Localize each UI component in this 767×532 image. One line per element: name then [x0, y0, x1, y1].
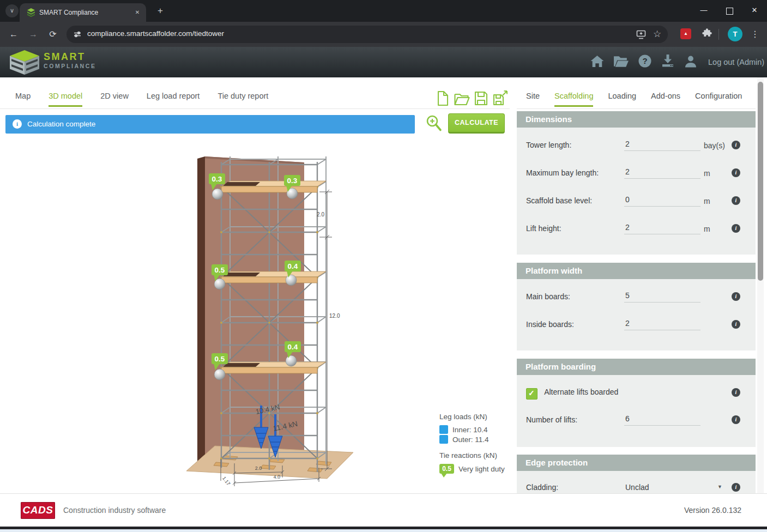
home-icon[interactable] — [590, 55, 605, 70]
cads-logo[interactable]: CADS — [21, 502, 55, 519]
tab-tie-duty-report[interactable]: Tie duty report — [218, 92, 268, 107]
smart-scaffolder-logo[interactable] — [9, 50, 40, 77]
tower-length-unit: bay(s) — [704, 141, 725, 150]
window-minimize-button[interactable]: — — [691, 0, 716, 21]
browser-tab[interactable]: SMART Compliance ✕ — [20, 3, 146, 22]
info-icon[interactable]: i — [732, 292, 740, 301]
tab-close-icon[interactable]: ✕ — [133, 8, 142, 17]
legend-inner-row: Inner: 10.4 — [439, 425, 521, 434]
new-file-icon[interactable] — [434, 90, 451, 109]
window-maximize-button[interactable] — [717, 0, 742, 21]
max-bay-length-unit: m — [704, 169, 710, 178]
number-of-lifts-row: Number of lifts: i — [526, 415, 756, 427]
brand-wordmark: SMART COMPLIANCE — [44, 52, 96, 69]
cladding-row: Cladding: Unclad ▼ i — [526, 483, 756, 493]
svg-text:?: ? — [642, 56, 647, 65]
save-as-file-icon[interactable] — [492, 90, 509, 109]
cladding-label: Cladding: — [526, 483, 558, 492]
main-boards-input[interactable] — [624, 291, 700, 303]
info-icon[interactable]: i — [732, 483, 740, 492]
tab-site[interactable]: Site — [526, 92, 540, 107]
toolbar-separator — [718, 29, 719, 40]
info-icon[interactable]: i — [732, 196, 740, 205]
zoom-in-icon[interactable] — [426, 114, 442, 134]
number-of-lifts-label: Number of lifts: — [526, 415, 577, 424]
cladding-select-value[interactable]: Unclad — [625, 483, 649, 492]
max-bay-length-row: Maximum bay length: m i — [526, 168, 756, 180]
tab-configuration[interactable]: Configuration — [695, 92, 742, 107]
calculate-button[interactable]: CALCULATE — [448, 113, 505, 134]
scaffold-3d-viewport[interactable]: 0.3 0.3 0.5 0.4 0.4 0.5 10.4 kN 11.4 — [185, 150, 365, 493]
adobe-acrobat-extension-icon[interactable]: ▲ — [680, 28, 691, 39]
edge-protection-section-header: Edge protection — [517, 455, 756, 471]
download-icon[interactable] — [660, 54, 675, 70]
panel-scrollbar-thumb[interactable] — [758, 82, 763, 281]
logout-link[interactable]: Log out (Admin) — [708, 58, 764, 66]
lift-height-input[interactable] — [624, 223, 700, 234]
svg-text:0.5: 0.5 — [215, 266, 225, 274]
lift-height-row: Lift height: m i — [526, 224, 756, 236]
dimensions-section-header: Dimensions — [517, 111, 756, 128]
brand-smart: SMART — [44, 52, 96, 62]
building-wall — [197, 156, 304, 462]
extensions-puzzle-icon[interactable] — [702, 28, 712, 41]
new-tab-button[interactable]: + — [154, 4, 167, 17]
tie-duty-badge: 0.5 — [439, 464, 454, 474]
tie-duty-row: 0.5 Very light duty — [439, 464, 521, 474]
info-icon[interactable]: i — [732, 415, 740, 424]
info-icon[interactable]: i — [732, 168, 740, 177]
tab-loading[interactable]: Loading — [608, 92, 636, 107]
status-text: Calculation complete — [27, 115, 95, 134]
url-text[interactable]: compliance.smartscaffolder.com/tiedtower — [87, 29, 224, 38]
outer-label: Outer: 11.4 — [452, 436, 489, 444]
tower-length-input[interactable] — [624, 140, 700, 151]
open-file-icon[interactable] — [453, 90, 470, 109]
save-file-icon[interactable] — [473, 90, 490, 109]
help-icon[interactable]: ? — [638, 54, 652, 70]
platform-boarding-section-header: Platform boarding — [517, 359, 756, 375]
number-of-lifts-input[interactable] — [624, 414, 700, 426]
address-bar[interactable]: compliance.smartscaffolder.com/tiedtower… — [67, 26, 668, 43]
dropdown-caret-icon[interactable]: ▼ — [717, 484, 722, 489]
inner-color-swatch — [439, 425, 448, 434]
tab-leg-load-report[interactable]: Leg load report — [147, 92, 200, 107]
max-bay-length-input[interactable] — [624, 167, 700, 179]
svg-text:4.0: 4.0 — [273, 474, 280, 480]
inside-boards-row: Inside boards: i — [526, 320, 756, 332]
tab-2d-view[interactable]: 2D view — [100, 92, 129, 107]
alternate-lifts-checkbox[interactable] — [526, 388, 537, 400]
tab-add-ons[interactable]: Add-ons — [651, 92, 680, 107]
taskbar-edge — [0, 529, 767, 532]
back-button[interactable]: ← — [7, 27, 21, 41]
tab-map[interactable]: Map — [15, 92, 31, 107]
maximize-icon — [726, 8, 733, 15]
inside-boards-input[interactable] — [624, 319, 700, 330]
info-icon[interactable]: i — [732, 224, 740, 233]
panel-tabs: Site Scaffolding Loading Add-ons Configu… — [526, 92, 742, 107]
brand-compliance: COMPLIANCE — [44, 63, 96, 69]
profile-avatar[interactable]: T — [728, 27, 742, 41]
user-account-icon[interactable] — [684, 55, 698, 70]
scaffold-base-level-input[interactable] — [624, 195, 700, 207]
max-bay-length-label: Maximum bay length: — [526, 168, 599, 177]
inner-label: Inner: 10.4 — [452, 426, 488, 434]
browser-window: ∨ SMART Compliance ✕ + — ✕ ← → ⟳ — [0, 0, 767, 532]
svg-text:0.4: 0.4 — [288, 343, 298, 351]
open-project-folder-icon[interactable] — [613, 55, 630, 70]
info-icon[interactable]: i — [732, 388, 740, 397]
bookmark-star-icon[interactable]: ☆ — [653, 28, 661, 40]
scaffold-base-level-row: Scaffold base level: m i — [526, 196, 756, 208]
platform-width-section-header: Platform width — [517, 263, 756, 279]
install-icon[interactable] — [636, 29, 647, 43]
reload-button[interactable]: ⟳ — [46, 27, 60, 41]
forward-button[interactable]: → — [26, 27, 40, 41]
tab-3d-model[interactable]: 3D model — [49, 92, 82, 107]
svg-text:1.17: 1.17 — [221, 475, 232, 486]
tab-search-chevron-icon[interactable]: ∨ — [5, 4, 19, 17]
window-close-button[interactable]: ✕ — [742, 0, 767, 21]
site-settings-icon[interactable] — [73, 30, 82, 41]
browser-menu-kebab-icon[interactable]: ⋮ — [748, 27, 762, 41]
tab-scaffolding[interactable]: Scaffolding — [554, 92, 593, 107]
info-icon[interactable]: i — [732, 320, 740, 329]
info-icon[interactable]: i — [732, 141, 740, 149]
